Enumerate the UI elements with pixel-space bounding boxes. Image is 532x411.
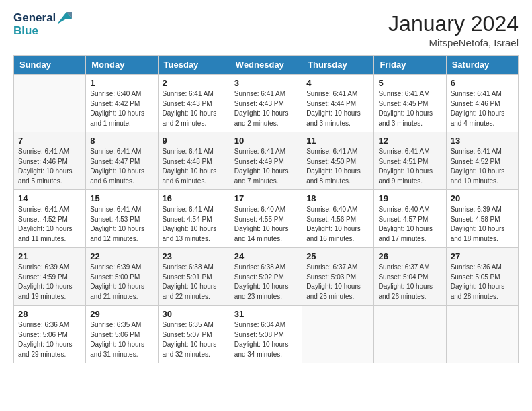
day-info: Sunrise: 6:41 AM Sunset: 4:44 PM Dayligh…	[306, 89, 369, 128]
day-number: 19	[378, 193, 441, 203]
day-cell	[446, 306, 518, 363]
col-sunday: Sunday	[14, 56, 86, 75]
day-cell: 1 Sunrise: 6:40 AM Sunset: 4:42 PM Dayli…	[86, 75, 158, 132]
day-info: Sunrise: 6:41 AM Sunset: 4:52 PM Dayligh…	[451, 147, 514, 186]
day-info: Sunrise: 6:41 AM Sunset: 4:46 PM Dayligh…	[451, 89, 514, 128]
day-cell: 3 Sunrise: 6:41 AM Sunset: 4:43 PM Dayli…	[230, 75, 302, 132]
subtitle: MitspeNetofa, Israel	[388, 37, 519, 48]
day-cell: 17 Sunrise: 6:40 AM Sunset: 4:55 PM Dayl…	[230, 190, 302, 248]
col-monday: Monday	[86, 56, 158, 75]
day-info: Sunrise: 6:38 AM Sunset: 5:01 PM Dayligh…	[163, 263, 226, 302]
page: General Blue January 2024 MitspeNetofa, …	[0, 0, 532, 411]
header: General Blue January 2024 MitspeNetofa, …	[13, 12, 519, 48]
logo-blue: Blue	[13, 25, 38, 38]
day-cell: 13 Sunrise: 6:41 AM Sunset: 4:52 PM Dayl…	[446, 132, 518, 190]
header-row: Sunday Monday Tuesday Wednesday Thursday…	[14, 56, 519, 75]
col-wednesday: Wednesday	[230, 56, 302, 75]
day-number: 30	[163, 309, 226, 319]
day-info: Sunrise: 6:37 AM Sunset: 5:04 PM Dayligh…	[378, 263, 441, 302]
day-info: Sunrise: 6:37 AM Sunset: 5:03 PM Dayligh…	[306, 263, 369, 302]
logo: General Blue	[13, 12, 72, 37]
day-info: Sunrise: 6:41 AM Sunset: 4:47 PM Dayligh…	[90, 147, 153, 186]
day-info: Sunrise: 6:41 AM Sunset: 4:52 PM Dayligh…	[18, 205, 81, 244]
day-number: 18	[306, 193, 369, 203]
day-number: 9	[163, 136, 226, 146]
week-row-4: 21 Sunrise: 6:39 AM Sunset: 4:59 PM Dayl…	[14, 248, 519, 306]
day-cell	[374, 306, 446, 363]
day-number: 26	[378, 251, 441, 261]
day-number: 27	[451, 251, 514, 261]
day-info: Sunrise: 6:41 AM Sunset: 4:46 PM Dayligh…	[18, 147, 81, 186]
day-cell: 25 Sunrise: 6:37 AM Sunset: 5:03 PM Dayl…	[302, 248, 374, 306]
day-cell: 24 Sunrise: 6:38 AM Sunset: 5:02 PM Dayl…	[230, 248, 302, 306]
month-title: January 2024	[388, 12, 519, 36]
day-info: Sunrise: 6:41 AM Sunset: 4:54 PM Dayligh…	[163, 205, 226, 244]
logo-bird	[57, 12, 72, 24]
day-cell: 21 Sunrise: 6:39 AM Sunset: 4:59 PM Dayl…	[14, 248, 86, 306]
day-info: Sunrise: 6:40 AM Sunset: 4:42 PM Dayligh…	[90, 89, 153, 128]
day-cell: 7 Sunrise: 6:41 AM Sunset: 4:46 PM Dayli…	[14, 132, 86, 190]
day-info: Sunrise: 6:41 AM Sunset: 4:45 PM Dayligh…	[378, 89, 441, 128]
day-number: 28	[18, 309, 81, 319]
day-info: Sunrise: 6:39 AM Sunset: 4:58 PM Dayligh…	[451, 205, 514, 244]
day-info: Sunrise: 6:41 AM Sunset: 4:49 PM Dayligh…	[234, 147, 298, 186]
day-number: 14	[18, 193, 81, 203]
day-cell: 19 Sunrise: 6:40 AM Sunset: 4:57 PM Dayl…	[374, 190, 446, 248]
day-number: 25	[306, 251, 369, 261]
day-info: Sunrise: 6:34 AM Sunset: 5:08 PM Dayligh…	[234, 320, 298, 359]
day-number: 5	[378, 78, 441, 88]
day-info: Sunrise: 6:41 AM Sunset: 4:50 PM Dayligh…	[306, 147, 369, 186]
day-info: Sunrise: 6:36 AM Sunset: 5:06 PM Dayligh…	[18, 320, 81, 359]
title-area: January 2024 MitspeNetofa, Israel	[388, 12, 519, 48]
day-cell	[14, 75, 86, 132]
day-number: 8	[90, 136, 153, 146]
day-info: Sunrise: 6:36 AM Sunset: 5:05 PM Dayligh…	[451, 263, 514, 302]
day-number: 24	[234, 251, 298, 261]
day-number: 22	[90, 251, 153, 261]
week-row-1: 1 Sunrise: 6:40 AM Sunset: 4:42 PM Dayli…	[14, 75, 519, 132]
day-cell: 22 Sunrise: 6:39 AM Sunset: 5:00 PM Dayl…	[86, 248, 158, 306]
week-row-2: 7 Sunrise: 6:41 AM Sunset: 4:46 PM Dayli…	[14, 132, 519, 190]
week-row-3: 14 Sunrise: 6:41 AM Sunset: 4:52 PM Dayl…	[14, 190, 519, 248]
col-saturday: Saturday	[446, 56, 518, 75]
day-number: 1	[90, 78, 153, 88]
day-number: 12	[378, 136, 441, 146]
day-info: Sunrise: 6:35 AM Sunset: 5:07 PM Dayligh…	[163, 320, 226, 359]
day-cell: 12 Sunrise: 6:41 AM Sunset: 4:51 PM Dayl…	[374, 132, 446, 190]
day-number: 21	[18, 251, 81, 261]
calendar-table: Sunday Monday Tuesday Wednesday Thursday…	[13, 55, 519, 363]
day-cell: 16 Sunrise: 6:41 AM Sunset: 4:54 PM Dayl…	[158, 190, 230, 248]
day-number: 3	[234, 78, 298, 88]
day-cell: 5 Sunrise: 6:41 AM Sunset: 4:45 PM Dayli…	[374, 75, 446, 132]
day-cell: 18 Sunrise: 6:40 AM Sunset: 4:56 PM Dayl…	[302, 190, 374, 248]
day-info: Sunrise: 6:39 AM Sunset: 5:00 PM Dayligh…	[90, 263, 153, 302]
logo-general: General	[13, 12, 56, 25]
day-info: Sunrise: 6:41 AM Sunset: 4:51 PM Dayligh…	[378, 147, 441, 186]
day-number: 15	[90, 193, 153, 203]
day-info: Sunrise: 6:41 AM Sunset: 4:48 PM Dayligh…	[163, 147, 226, 186]
day-number: 7	[18, 136, 81, 146]
day-cell: 23 Sunrise: 6:38 AM Sunset: 5:01 PM Dayl…	[158, 248, 230, 306]
day-number: 13	[451, 136, 514, 146]
day-number: 29	[90, 309, 153, 319]
day-number: 2	[163, 78, 226, 88]
col-tuesday: Tuesday	[158, 56, 230, 75]
day-number: 11	[306, 136, 369, 146]
col-thursday: Thursday	[302, 56, 374, 75]
day-info: Sunrise: 6:41 AM Sunset: 4:53 PM Dayligh…	[90, 205, 153, 244]
day-cell: 30 Sunrise: 6:35 AM Sunset: 5:07 PM Dayl…	[158, 306, 230, 363]
day-cell: 26 Sunrise: 6:37 AM Sunset: 5:04 PM Dayl…	[374, 248, 446, 306]
day-cell: 28 Sunrise: 6:36 AM Sunset: 5:06 PM Dayl…	[14, 306, 86, 363]
day-number: 4	[306, 78, 369, 88]
day-cell: 31 Sunrise: 6:34 AM Sunset: 5:08 PM Dayl…	[230, 306, 302, 363]
day-number: 23	[163, 251, 226, 261]
day-number: 10	[234, 136, 298, 146]
day-number: 20	[451, 193, 514, 203]
day-info: Sunrise: 6:41 AM Sunset: 4:43 PM Dayligh…	[163, 89, 226, 128]
day-info: Sunrise: 6:40 AM Sunset: 4:55 PM Dayligh…	[234, 205, 298, 244]
day-number: 6	[451, 78, 514, 88]
day-cell: 10 Sunrise: 6:41 AM Sunset: 4:49 PM Dayl…	[230, 132, 302, 190]
day-cell: 9 Sunrise: 6:41 AM Sunset: 4:48 PM Dayli…	[158, 132, 230, 190]
day-cell: 27 Sunrise: 6:36 AM Sunset: 5:05 PM Dayl…	[446, 248, 518, 306]
week-row-5: 28 Sunrise: 6:36 AM Sunset: 5:06 PM Dayl…	[14, 306, 519, 363]
